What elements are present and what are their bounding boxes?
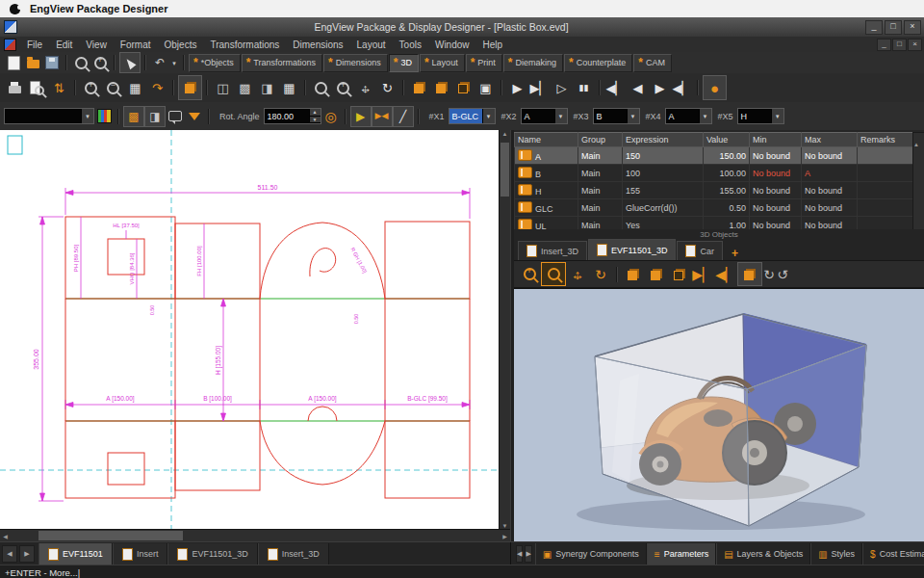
rotate-center-button[interactable]: ◎ [321,107,341,126]
tile-windows-button[interactable]: ▦ [278,76,300,99]
scroll-up-icon[interactable]: ▲ [913,142,919,147]
col-max[interactable]: Max [802,133,858,147]
tab-car[interactable]: Car [677,241,723,260]
panel-tab-styles[interactable]: ▥Styles [810,543,862,565]
chevron-down-icon[interactable]: ▼ [554,109,567,123]
refresh-cw-button[interactable]: ↻ [762,263,776,285]
layer-colors-button[interactable] [94,107,114,126]
menu-window[interactable]: Window [428,37,476,52]
tabs-scroll-left-button[interactable]: ◀ [2,545,17,563]
zoom-in-button[interactable] [90,53,110,72]
rot-angle-spinner[interactable]: ▲▼ [309,109,321,123]
3d-zoom-in-button[interactable] [518,263,541,285]
play-animation-button[interactable]: ▶ [506,76,528,99]
select-tool-button[interactable] [119,52,141,73]
chevron-down-icon[interactable]: ▼ [627,109,639,123]
panel-tabs-scroll-left-button[interactable]: ◀ [516,545,523,563]
x5-combo[interactable]: H ▼ [737,108,784,124]
toggle-print[interactable]: *Print [466,54,502,72]
snapshot-button[interactable]: ▣ [475,76,497,99]
tabs-scroll-right-button[interactable]: ▶ [19,545,35,563]
zoom-region-button[interactable] [332,76,354,99]
maximize-button[interactable]: □ [885,20,902,35]
add-object-tab-button[interactable]: + [724,247,746,260]
menu-objects[interactable]: Objects [158,37,204,52]
print-button[interactable] [4,76,26,99]
3d-viewport[interactable] [514,288,924,542]
col-remarks[interactable]: Remarks [858,133,913,147]
menu-tools[interactable]: Tools [393,37,428,52]
menu-help[interactable]: Help [476,37,510,52]
toggle-counterplate[interactable]: *Counterplate [564,54,632,72]
doc-tab-evf11501-3d[interactable]: EVF11501_3D [167,543,257,565]
table-row[interactable]: H Main 155 155.00 No bound No bound [515,182,913,199]
wireframe-view-button[interactable] [452,76,475,99]
scroll-right-icon[interactable]: ▶ [500,533,510,539]
fill-button[interactable]: ◨ [144,106,166,127]
toggle-cam[interactable]: *CAM [633,54,672,72]
macos-app-name[interactable]: EngView Package Designer [30,3,167,14]
doc-tab-insert[interactable]: Insert [113,543,168,565]
zoom-button[interactable] [71,53,90,72]
menu-file[interactable]: File [20,37,49,52]
toggle-3d[interactable]: *3D [389,54,419,72]
minimize-button[interactable]: _ [865,20,883,35]
tab-evf11501-3d[interactable]: EVF11501_3D [588,239,676,260]
dieline-canvas[interactable]: 511.50 355.00 A [150.00] B [100.00] A [1… [0,130,500,530]
mirror-button[interactable]: ▶◀ [372,106,393,127]
table-row[interactable]: GLC Main GlueCorr(d()) 0.50 No bound No … [515,199,913,217]
3d-solid-button[interactable] [622,263,645,285]
menu-layout[interactable]: Layout [350,37,393,52]
rewind-button[interactable]: ◀▏ [671,76,693,99]
rot-angle-input[interactable]: 180.00 ▲▼ [264,108,321,124]
print-preview-button[interactable] [26,76,48,99]
x3-combo[interactable]: B ▼ [593,108,640,124]
record-button[interactable]: ● [703,75,727,100]
scrollbar-thumb[interactable] [500,143,509,197]
col-min[interactable]: Min [750,133,802,147]
pause-button[interactable]: ▮▮ [573,76,595,99]
panel-tab-parameters[interactable]: ≡Parameters [647,543,716,565]
table-scrollbar[interactable]: ▲ [912,132,924,230]
panel-tab-cost-estimator[interactable]: $Cost Estimator [862,543,924,565]
scroll-up-icon[interactable]: ▲ [500,131,510,137]
canvas-horizontal-scrollbar[interactable]: ◀ ▶ [0,529,510,541]
child-restore-button[interactable]: □ [892,39,907,51]
menu-transformations[interactable]: Transformations [203,37,286,52]
panel-tabs-scroll-right-button[interactable]: ▶ [525,545,531,563]
tab-insert-3d[interactable]: Insert_3D [518,241,587,260]
apple-menu-icon[interactable] [10,4,20,14]
toggle-objects[interactable]: **Objects [189,54,241,72]
style-combo[interactable]: ▼ [4,108,94,124]
zoom-tool-button[interactable] [310,76,332,99]
3d-zoom-tool-button[interactable] [541,262,566,286]
chevron-down-icon[interactable]: ▼ [699,109,711,123]
step-forward-button[interactable]: ▷ [551,76,573,99]
canvas-vertical-scrollbar[interactable]: ▲ ▼ [499,130,510,530]
3d-pan-button[interactable]: ↔↕ [566,263,589,285]
fold-back-button[interactable]: ◀▏ [714,263,737,285]
3d-orbit-button[interactable]: ↻ [589,263,612,285]
annotation-button[interactable] [166,107,185,126]
refresh-ccw-button[interactable]: ↺ [776,263,789,285]
play-to-end-button[interactable]: ▶▏ [528,76,551,99]
x2-combo[interactable]: A ▼ [521,108,568,124]
doc-tab-insert-3d[interactable]: Insert_3D [258,543,329,565]
x4-combo[interactable]: A ▼ [665,108,712,124]
measure-button[interactable]: ╱ [393,106,414,127]
new-document-button[interactable] [4,53,23,72]
toggle-transformations[interactable]: *Transformations [242,54,322,72]
shade-button[interactable]: ▶ [350,106,372,127]
col-value[interactable]: Value [704,133,750,147]
scrollbar-thumb[interactable] [38,531,183,540]
grid-view-button[interactable]: ▦ [124,76,146,99]
undo-dropdown[interactable]: ▾ [169,53,179,72]
col-group[interactable]: Group [578,133,623,147]
swap-view-button[interactable]: ⇅ [48,76,70,99]
pan-tool-button[interactable]: ↔↕ [354,76,376,99]
col-expression[interactable]: Expression [623,133,704,147]
toggle-diemaking[interactable]: *Diemaking [503,54,563,72]
scroll-left-icon[interactable]: ◀ [0,533,11,539]
3d-shaded-button[interactable] [645,263,668,285]
chevron-down-icon[interactable]: ▼ [771,109,783,123]
